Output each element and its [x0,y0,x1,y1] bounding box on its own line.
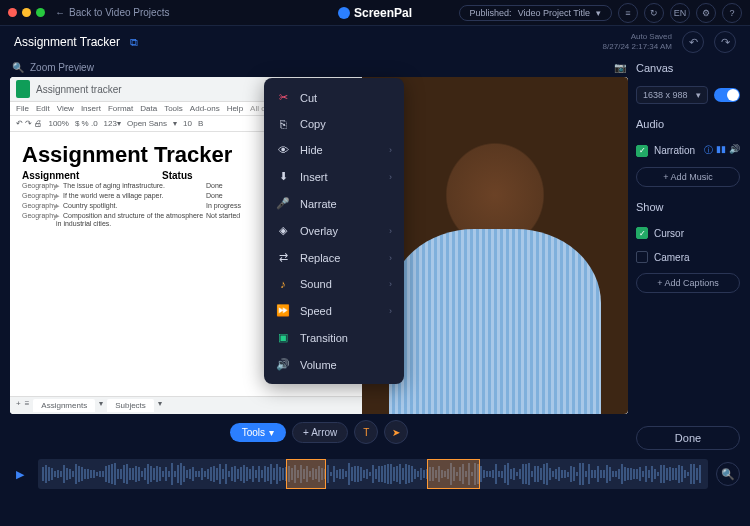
insert-icon: ⬇ [276,170,290,183]
redo-button[interactable]: ↷ [714,31,736,53]
project-title: Assignment Tracker [14,35,120,49]
narration-checkbox[interactable]: ✓ [636,145,648,157]
pointer-tool-button[interactable]: ➤ [384,420,408,444]
camera-row[interactable]: Camera [636,249,740,265]
sub-header: Assignment Tracker ⧉ Auto Saved 8/27/24 … [0,26,750,58]
sound-icon: ♪ [276,278,290,290]
chevron-right-icon: › [389,226,392,236]
show-heading: Show [636,201,740,213]
ctx-transition[interactable]: ▣Transition [264,324,404,351]
settings-icon[interactable]: ⚙ [696,3,716,23]
ctx-speed[interactable]: ⏩Speed› [264,297,404,324]
chevron-right-icon: › [389,279,392,289]
menu-icon[interactable]: ≡ [618,3,638,23]
volume-icon[interactable]: 🔊 [729,144,740,157]
close-icon[interactable] [8,8,17,17]
add-captions-button[interactable]: + Add Captions [636,273,740,293]
camera-checkbox[interactable] [636,251,648,263]
text-tool-button[interactable]: T [354,420,378,444]
ctx-cut[interactable]: ✂Cut [264,84,404,111]
ctx-narrate[interactable]: 🎤Narrate [264,190,404,217]
timeline: ▶ 0s2s4s6s8s10s12s14s16s18s20s22s24s26s2… [0,450,750,498]
cut-icon: ✂ [276,91,290,104]
add-music-button[interactable]: + Add Music [636,167,740,187]
chevron-right-icon: › [389,172,392,182]
sheets-icon [16,80,30,98]
ctx-copy[interactable]: ⎘Copy [264,111,404,137]
dimensions-select[interactable]: 1638 x 988▾ [636,86,708,104]
narration-row[interactable]: ✓ Narration ⓘ▮▮🔊 [636,142,740,159]
window-controls [8,8,45,17]
ctx-replace[interactable]: ⇄Replace› [264,244,404,271]
help-icon[interactable]: ? [722,3,742,23]
chevron-right-icon: › [389,253,392,263]
ctx-sound[interactable]: ♪Sound› [264,271,404,297]
speed-icon: ⏩ [276,304,290,317]
volume-icon: 🔊 [276,358,290,371]
camera-icon[interactable]: 📷 [614,62,626,73]
play-button[interactable]: ▶ [10,464,30,484]
narrate-icon: 🎤 [276,197,290,210]
autosave-status: Auto Saved 8/27/24 2:17:34 AM [603,32,672,51]
replace-icon: ⇄ [276,251,290,264]
brand-icon [338,7,350,19]
ctx-volume[interactable]: 🔊Volume [264,351,404,378]
ctx-overlay[interactable]: ◈Overlay› [264,217,404,244]
publish-dropdown[interactable]: Published: Video Project Title ▾ [459,5,612,21]
timeline-track[interactable]: 0s2s4s6s8s10s12s14s16s18s20s22s24s26s28s… [38,459,708,489]
audio-heading: Audio [636,118,740,130]
language-button[interactable]: EN [670,3,690,23]
back-button[interactable]: ← Back to Video Projects [55,7,169,18]
overlay-icon: ◈ [276,224,290,237]
chevron-right-icon: › [389,306,392,316]
canvas-heading: Canvas [636,62,673,74]
undo-button[interactable]: ↶ [682,31,704,53]
search-icon[interactable]: 🔍 [12,62,24,73]
copy-icon: ⎘ [276,118,290,130]
ctx-hide[interactable]: 👁Hide› [264,137,404,163]
history-icon[interactable]: ↻ [644,3,664,23]
transition-icon: ▣ [276,331,290,344]
cursor-row[interactable]: ✓Cursor [636,225,740,241]
cursor-checkbox[interactable]: ✓ [636,227,648,239]
timeline-search-icon[interactable]: 🔍 [716,462,740,486]
add-arrow-button[interactable]: + Arrow [292,422,348,443]
tool-buttons: Tools ▾ + Arrow T ➤ [10,414,628,450]
zoom-preview-label: Zoom Preview [30,62,94,73]
maximize-icon[interactable] [36,8,45,17]
chevron-right-icon: › [389,145,392,155]
top-bar: ← Back to Video Projects ScreenPal Publi… [0,0,750,26]
canvas-toggle[interactable] [714,88,740,102]
minimize-icon[interactable] [22,8,31,17]
hide-icon: 👁 [276,144,290,156]
right-panel: Canvas 1638 x 988▾ Audio ✓ Narration ⓘ▮▮… [636,58,740,450]
done-button[interactable]: Done [636,426,740,450]
popout-icon[interactable]: ⧉ [130,36,138,49]
context-menu: ✂Cut ⎘Copy 👁Hide› ⬇Insert› 🎤Narrate ◈Ove… [264,78,404,384]
ctx-insert[interactable]: ⬇Insert› [264,163,404,190]
levels-icon[interactable]: ▮▮ [716,144,726,157]
brand-logo: ScreenPal [338,6,412,20]
tools-button[interactable]: Tools ▾ [230,423,286,442]
info-icon[interactable]: ⓘ [704,144,713,157]
